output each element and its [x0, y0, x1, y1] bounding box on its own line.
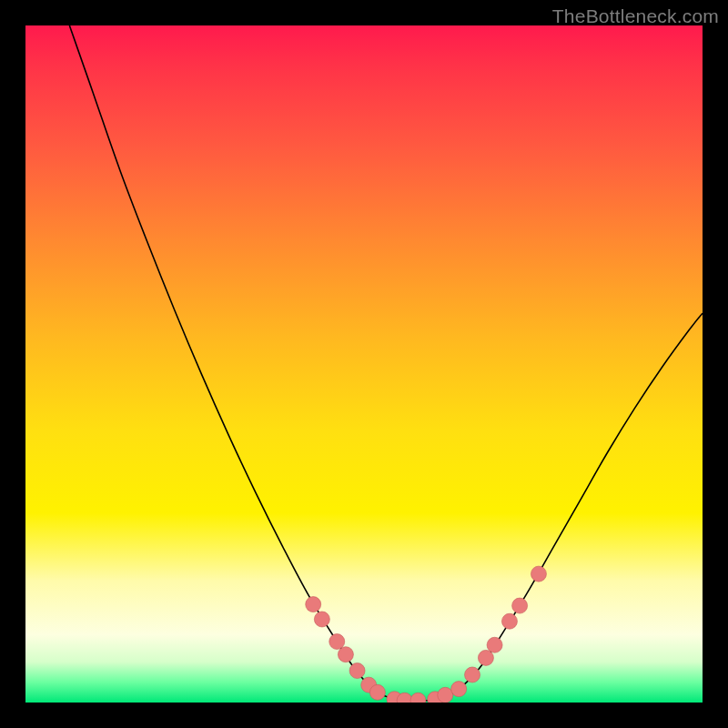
curve-right	[398, 313, 703, 701]
curve-marker	[338, 647, 353, 662]
curve-marker	[410, 693, 426, 703]
curve-markers	[306, 566, 547, 703]
curve-marker	[487, 637, 502, 652]
curve-marker	[306, 597, 321, 612]
curve-marker	[501, 613, 517, 629]
curve-marker	[465, 667, 480, 682]
curve-left	[69, 25, 398, 700]
curve-marker	[314, 612, 329, 627]
chart-svg	[25, 25, 703, 703]
curve-marker	[531, 566, 546, 581]
curve-marker	[349, 663, 365, 679]
watermark-text: TheBottleneck.com	[552, 5, 719, 27]
curve-marker	[451, 682, 467, 697]
curve-marker	[512, 598, 528, 613]
curve-marker	[478, 650, 493, 665]
curve-marker	[329, 634, 345, 650]
curve-marker	[438, 687, 453, 703]
chart-plot-area	[25, 25, 703, 703]
curve-marker	[369, 684, 385, 700]
